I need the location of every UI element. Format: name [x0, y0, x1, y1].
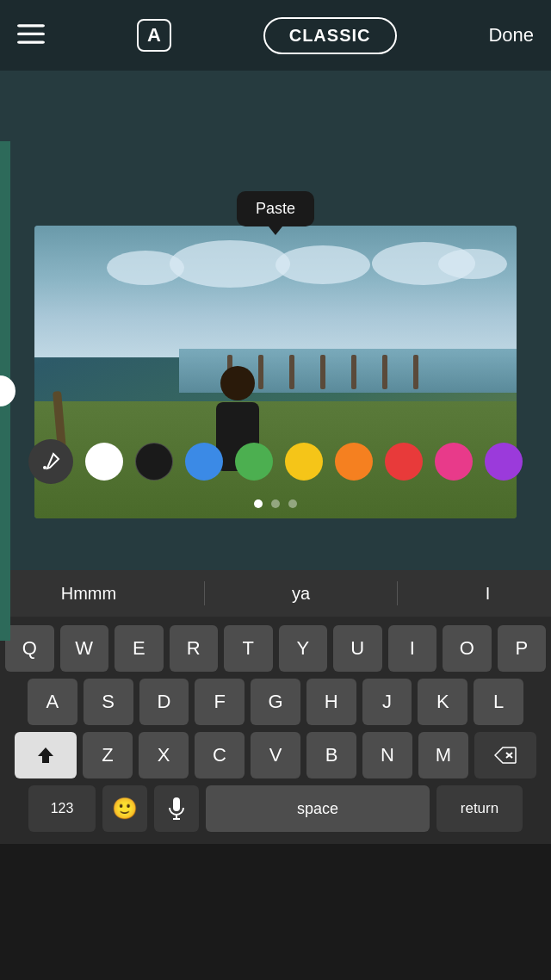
- key-m[interactable]: M: [418, 732, 468, 778]
- backspace-button[interactable]: [474, 732, 536, 778]
- svg-rect-0: [17, 24, 45, 27]
- svg-rect-6: [173, 797, 180, 811]
- num-button[interactable]: 123: [28, 785, 96, 832]
- key-c[interactable]: C: [195, 732, 245, 778]
- color-purple[interactable]: [485, 443, 523, 481]
- color-yellow[interactable]: [285, 443, 323, 481]
- key-o[interactable]: O: [443, 625, 492, 672]
- key-x[interactable]: X: [139, 732, 189, 778]
- key-h[interactable]: H: [306, 679, 356, 725]
- key-u[interactable]: U: [333, 625, 382, 672]
- key-k[interactable]: K: [418, 679, 467, 725]
- top-bar: A CLASSIC Done: [0, 0, 551, 71]
- key-row-1: Q W E R T Y U I O P: [5, 625, 546, 672]
- key-v[interactable]: V: [251, 732, 300, 778]
- dot-1[interactable]: [254, 499, 263, 508]
- key-row-3: Z X C V B N M: [5, 732, 546, 778]
- key-z[interactable]: Z: [83, 732, 133, 778]
- key-l[interactable]: L: [474, 679, 523, 725]
- content-area: Paste: [0, 71, 551, 570]
- autocorrect-bar: Hmmm ya I: [0, 570, 551, 617]
- color-picker-row: [0, 439, 551, 484]
- key-d[interactable]: D: [139, 679, 189, 725]
- shift-button[interactable]: [15, 732, 77, 778]
- font-style-button[interactable]: A: [137, 19, 171, 52]
- key-e[interactable]: E: [115, 625, 164, 672]
- emoji-button[interactable]: 🙂: [102, 785, 147, 832]
- color-white[interactable]: [85, 443, 123, 481]
- key-f[interactable]: F: [195, 679, 245, 725]
- color-pink[interactable]: [435, 443, 473, 481]
- key-j[interactable]: J: [362, 679, 412, 725]
- autocorrect-item-1[interactable]: Hmmm: [44, 579, 133, 609]
- key-n[interactable]: N: [362, 732, 412, 778]
- svg-rect-2: [17, 40, 45, 43]
- color-blue[interactable]: [185, 443, 223, 481]
- dot-3[interactable]: [288, 499, 297, 508]
- key-g[interactable]: G: [251, 679, 300, 725]
- left-circle-handle[interactable]: [0, 375, 15, 406]
- paste-tooltip[interactable]: Paste: [237, 191, 314, 226]
- hamburger-button[interactable]: [17, 24, 45, 47]
- eyedropper-button[interactable]: [28, 439, 73, 484]
- key-y[interactable]: Y: [279, 625, 328, 672]
- key-row-bottom: 123 🙂 space return: [5, 785, 546, 832]
- color-black[interactable]: [135, 443, 173, 481]
- space-button[interactable]: space: [206, 785, 430, 832]
- divider-2: [397, 581, 398, 605]
- key-a[interactable]: A: [28, 679, 77, 725]
- color-red[interactable]: [385, 443, 423, 481]
- svg-point-3: [43, 466, 46, 469]
- svg-rect-1: [17, 32, 45, 34]
- clouds-bg: [34, 240, 517, 343]
- key-p[interactable]: P: [498, 625, 547, 672]
- mic-button[interactable]: [154, 785, 199, 832]
- autocorrect-item-3[interactable]: I: [468, 579, 508, 609]
- key-s[interactable]: S: [84, 679, 133, 725]
- page-dots: [254, 499, 297, 508]
- left-strip: [0, 141, 10, 641]
- divider-1: [204, 581, 205, 605]
- key-q[interactable]: Q: [5, 625, 54, 672]
- key-i[interactable]: I: [388, 625, 437, 672]
- key-row-2: A S D F G H J K L: [5, 679, 546, 725]
- return-button[interactable]: return: [436, 785, 523, 832]
- color-green[interactable]: [235, 443, 273, 481]
- keyboard: Q W E R T Y U I O P A S D F G H J K L Z …: [0, 617, 551, 844]
- key-r[interactable]: R: [170, 625, 219, 672]
- classic-button[interactable]: CLASSIC: [263, 17, 397, 54]
- autocorrect-item-2[interactable]: ya: [275, 579, 327, 609]
- key-t[interactable]: T: [224, 625, 273, 672]
- color-orange[interactable]: [335, 443, 373, 481]
- done-button[interactable]: Done: [488, 24, 534, 47]
- dot-2[interactable]: [271, 499, 280, 508]
- key-w[interactable]: W: [60, 625, 109, 672]
- key-b[interactable]: B: [306, 732, 356, 778]
